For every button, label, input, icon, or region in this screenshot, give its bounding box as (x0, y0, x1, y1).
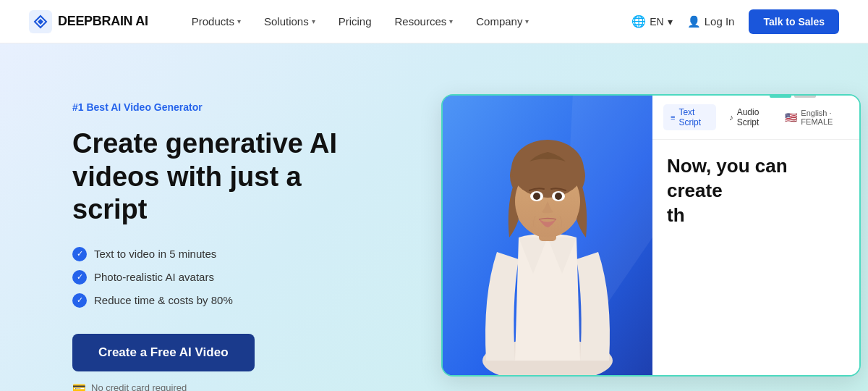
svg-point-8 (511, 140, 584, 198)
globe-icon: 🌐 (631, 14, 646, 28)
solutions-chevron-icon: ▾ (312, 17, 315, 25)
feature-2: ✓ Photo-realistic AI avatars (72, 270, 383, 285)
feature-1: ✓ Text to video in 5 minutes (72, 247, 383, 261)
nav-right: 🌐 EN ▾ 👤 Log In Talk to Sales (631, 9, 839, 34)
login-button[interactable]: 👤 Log In (687, 15, 735, 28)
hero-left: #1 Best AI Video Generator Create genera… (72, 87, 383, 391)
logo[interactable]: DEEPBRAIN AI (29, 10, 148, 33)
company-chevron-icon: ▾ (525, 17, 529, 25)
feature-3: ✓ Reduce time & costs by 80% (72, 293, 383, 308)
check-icon-2: ✓ (72, 270, 87, 285)
avatar-svg (443, 96, 652, 375)
lang-chevron-icon: ▾ (668, 16, 673, 28)
corner-accent (770, 94, 816, 98)
check-icon-3: ✓ (72, 293, 87, 308)
hero-title: Create generative AI videos with just a … (72, 127, 383, 227)
language-badge: 🇺🇸 English · FEMALE (785, 109, 848, 126)
text-script-icon: ≡ (671, 113, 675, 122)
avatar-background (443, 96, 652, 375)
nav-resources[interactable]: Resources ▾ (395, 15, 454, 28)
hero-section: #1 Best AI Video Generator Create genera… (0, 43, 868, 391)
logo-text: DEEPBRAIN AI (58, 14, 148, 29)
check-icon-1: ✓ (72, 247, 87, 261)
hero-right: ≡ Text Script ♪ Audio Script 🇺🇸 English … (441, 87, 861, 377)
nav-company[interactable]: Company ▾ (476, 15, 529, 28)
demo-tabs-bar: ≡ Text Script ♪ Audio Script 🇺🇸 English … (652, 96, 859, 140)
audio-script-icon: ♪ (729, 113, 733, 122)
credit-card-icon: 💳 (72, 382, 86, 391)
language-selector[interactable]: 🌐 EN ▾ (631, 14, 672, 28)
demo-avatar-panel (443, 96, 652, 375)
user-icon: 👤 (687, 15, 701, 28)
cta-button[interactable]: Create a Free AI Video (72, 334, 255, 371)
no-credit-label: 💳 No credit card required (72, 382, 383, 391)
talk-to-sales-button[interactable]: Talk to Sales (749, 9, 839, 34)
demo-panel: ≡ Text Script ♪ Audio Script 🇺🇸 English … (441, 94, 861, 377)
demo-preview-text: Now, you can create th (667, 154, 845, 227)
accent-tab-2 (794, 94, 816, 98)
svg-point-10 (533, 193, 540, 200)
demo-script-panel: ≡ Text Script ♪ Audio Script 🇺🇸 English … (652, 96, 859, 375)
tab-text-script[interactable]: ≡ Text Script (663, 104, 716, 130)
tab-audio-script[interactable]: ♪ Audio Script (722, 104, 779, 130)
resources-chevron-icon: ▾ (449, 17, 453, 25)
nav-links: Products ▾ Solutions ▾ Pricing Resources… (192, 15, 632, 28)
flag-icon: 🇺🇸 (785, 112, 797, 123)
products-chevron-icon: ▾ (237, 17, 241, 25)
nav-products[interactable]: Products ▾ (192, 15, 241, 28)
features-list: ✓ Text to video in 5 minutes ✓ Photo-rea… (72, 247, 383, 308)
nav-pricing[interactable]: Pricing (339, 15, 372, 28)
logo-icon (29, 10, 52, 33)
navbar: DEEPBRAIN AI Products ▾ Solutions ▾ Pric… (0, 0, 868, 43)
demo-script-content: Now, you can create th (652, 140, 859, 375)
accent-tab-1 (770, 94, 791, 98)
nav-solutions[interactable]: Solutions ▾ (264, 15, 315, 28)
hero-badge: #1 Best AI Video Generator (72, 101, 383, 113)
svg-point-12 (555, 193, 562, 200)
